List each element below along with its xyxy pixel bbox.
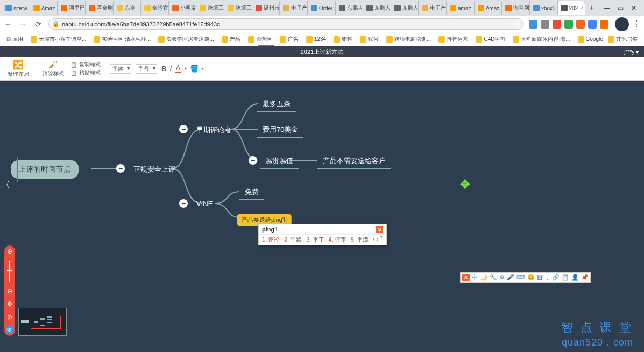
new-tab-button[interactable]: + [585,3,598,13]
font-select[interactable]: 字体 [110,64,131,74]
bookmark-item[interactable]: 自营区 [246,34,274,44]
browser-tab[interactable]: Amaz [475,1,503,15]
bold-button[interactable]: B [161,65,166,73]
bookmark-item[interactable]: 1234 [304,34,328,44]
browser-tab[interactable]: 幸运官 [141,1,169,15]
locate-button[interactable]: ⊙ [6,313,13,321]
node-vine[interactable]: VINE [191,198,218,210]
reload-button[interactable]: ⟳ [33,19,43,29]
prev-slide-button[interactable]: 〈 [0,178,11,192]
ime-candidate[interactable]: 5.平潭 [351,236,369,244]
bookmark-item[interactable]: 产品 [220,34,243,44]
collapse-toggle[interactable]: − [249,156,257,165]
ime-candidate[interactable]: 3.平了 [306,236,324,244]
browser-tab[interactable]: 东鹏人 [336,1,364,15]
clear-format-button[interactable]: 🖌清除样式 [40,60,66,78]
browser-tab[interactable]: 跨境工 [224,1,252,15]
layout-button[interactable]: 🔀整理布局 [5,60,31,78]
ime-bar-item[interactable]: 🎤 [507,274,514,281]
profile-avatar[interactable] [615,17,629,31]
menu-icon[interactable]: ⋮ [632,19,641,29]
bookmark-item[interactable]: 实验学区 清水毛坯... [91,34,153,44]
node-cost-70[interactable]: 费用70美金 [257,123,303,138]
browser-tab[interactable]: 202 × [558,1,586,15]
maximize-button[interactable]: ▭ [618,4,624,12]
bookmark-item[interactable]: C4D学习 [473,34,507,44]
extension-icon[interactable] [553,20,561,29]
extension-icon[interactable] [541,20,549,29]
minimap[interactable] [18,308,67,336]
zoom-in-button[interactable]: ⊕ [6,248,13,255]
ime-candidates[interactable]: 1.评论2.平路3.平了4.评率5.平潭‹ › ˅ [259,234,386,245]
user-menu[interactable]: j***y ▾ [624,49,639,55]
ime-bar-item[interactable]: 中 [472,273,478,281]
pan-button[interactable]: ✥ [6,300,13,308]
mindmap-canvas[interactable]: 上评的时间节点 − 正规安全上评 − 早期评论者 − VINE 最多五条 费用7… [0,81,644,352]
ime-page-nav[interactable]: ‹ › ˅ [373,236,383,244]
bookmark-item[interactable]: 跨境电商培训... [384,34,433,44]
preview-toggle[interactable]: 👁 [6,326,13,334]
other-bookmarks[interactable]: 其他书签 [606,34,640,44]
browser-tab[interactable]: Order [308,1,336,15]
font-size-select[interactable]: 字号 [136,64,157,74]
back-button[interactable]: ← [3,19,13,29]
browser-tab[interactable]: 东鹏人 [363,1,391,15]
ime-candidate[interactable]: 2.平路 [284,236,302,244]
browser-tab[interactable]: Amaz [30,1,58,15]
browser-tab[interactable]: 跨境工 [196,1,224,15]
ime-bar-item[interactable]: 📌 [581,274,589,281]
close-button[interactable]: ✕ [631,4,636,12]
url-input[interactable]: 🔒 naotu.baidu.com/file/a6ba7de89373229b5… [48,18,523,30]
bookmark-item[interactable]: 抖音运营 [436,34,470,44]
bookmark-item[interactable]: 大鱼新媒体内容·海... [511,34,572,44]
ime-bar-item[interactable]: 🌙 [480,274,487,281]
browser-tab[interactable]: 东南 [114,1,141,15]
browser-tab[interactable]: 电子产 [280,1,308,15]
ime-bar-item[interactable]: 📋 [562,274,569,281]
bookmark-item[interactable]: 广告 [278,34,301,44]
ime-candidate[interactable]: 4.评率 [329,236,346,244]
extension-icon[interactable] [588,20,597,29]
node-safe-review[interactable]: 正规安全上评 [128,163,181,177]
ime-candidate[interactable]: 1.评论 [262,236,280,244]
ime-bar-item[interactable]: 👤 [571,274,579,281]
extension-icon[interactable] [529,20,537,29]
bookmark-item[interactable]: 销售 [331,34,355,44]
browser-tab[interactable]: 东鹏人 [391,1,419,15]
collapse-toggle[interactable]: − [179,199,188,208]
ime-bar-item[interactable]: ⌨ [516,274,525,281]
ime-bar-item[interactable]: 🖼 [537,274,543,281]
root-node[interactable]: 上评的时间节点 [11,160,79,179]
collapse-toggle[interactable]: − [179,125,188,133]
node-no-send-product[interactable]: 产品不需要送给客户 [317,154,391,169]
collapse-toggle[interactable]: − [116,164,125,173]
browser-tab[interactable]: 电子产 [419,1,447,15]
ime-status-bar[interactable]: S 中🌙🔧⚙🎤⌨😊🖼...🔗📋👤📌 [460,272,591,283]
extension-icon[interactable] [600,20,608,29]
extension-icon[interactable] [576,20,585,29]
node-free[interactable]: 免费 [239,185,264,200]
bookmark-item[interactable]: Google 翻译 [576,34,603,44]
ime-bar-item[interactable]: ⚙ [499,274,505,281]
forward-button[interactable]: → [18,19,28,29]
browser-tab[interactable]: 阿里巴 [58,1,86,15]
ime-bar-item[interactable]: 😊 [527,274,535,281]
minimize-button[interactable]: ― [604,4,610,12]
node-early-reviewer[interactable]: 早期评论者 [191,123,237,137]
browser-tab[interactable]: 小明友 [169,1,197,15]
browser-tab[interactable]: 喜金刚 [86,1,114,15]
browser-tab[interactable]: 淘宝网 [502,1,530,15]
ime-bar-item[interactable]: 🔧 [490,274,497,281]
zoom-out-button[interactable]: ⊖ [6,287,13,295]
browser-tab[interactable]: site:w [2,1,30,15]
bookmark-item[interactable]: 实验学区房看房随... [156,34,216,44]
font-color-button[interactable]: A [175,64,181,73]
node-max-five[interactable]: 最多五条 [257,97,296,112]
copy-format-button[interactable]: 📋复制样式 [70,61,101,68]
italic-button[interactable]: I [169,65,172,73]
paste-format-button[interactable]: 📋粘贴样式 [70,69,101,76]
ime-bar-item[interactable]: 🔗 [552,274,560,281]
bg-color-button[interactable]: 🪣 [190,65,199,73]
node-more-expensive[interactable]: 越贵越值 [260,154,299,169]
document-title[interactable]: 2021上评新方法 [301,48,343,56]
